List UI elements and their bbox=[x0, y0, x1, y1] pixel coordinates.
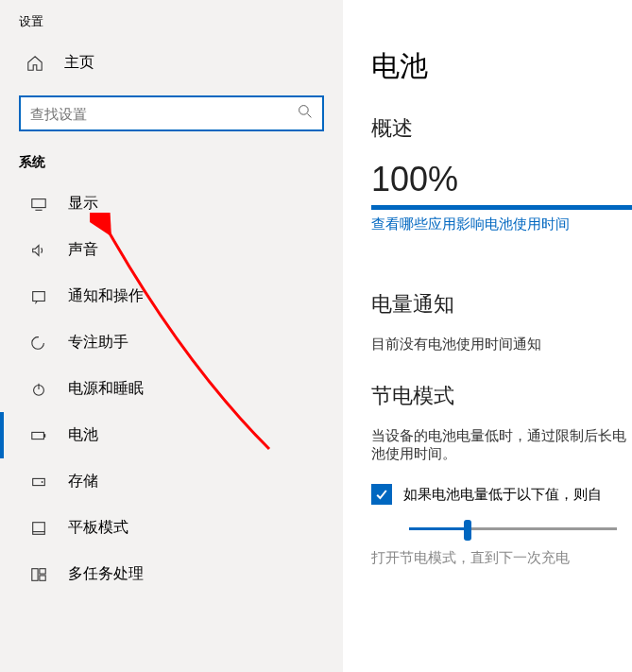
saver-section: 节电模式 当设备的电池电量低时，通过限制后长电池使用时间。 如果电池电量低于以下… bbox=[371, 382, 632, 567]
sidebar-item-label: 存储 bbox=[68, 472, 98, 491]
window-title-bar: 设置 bbox=[0, 0, 343, 40]
svg-line-1 bbox=[307, 113, 311, 117]
sidebar-item-power[interactable]: 电源和睡眠 bbox=[0, 366, 343, 412]
sidebar-item-tablet[interactable]: 平板模式 bbox=[0, 505, 343, 551]
sidebar-item-display[interactable]: 显示 bbox=[0, 181, 343, 227]
battery-bar bbox=[371, 205, 632, 210]
notifications-icon bbox=[30, 288, 47, 305]
multitask-icon bbox=[30, 566, 47, 583]
slider-track bbox=[409, 527, 617, 530]
svg-rect-7 bbox=[32, 432, 44, 439]
sound-icon bbox=[30, 242, 47, 259]
svg-rect-15 bbox=[40, 575, 45, 579]
search-container bbox=[19, 95, 324, 131]
home-nav[interactable]: 主页 bbox=[0, 40, 343, 86]
nav-list: 显示 声音 通知和操作 专注助手 bbox=[0, 181, 343, 672]
page-title: 电池 bbox=[371, 47, 632, 86]
search-box[interactable] bbox=[19, 95, 324, 131]
tablet-icon bbox=[30, 520, 47, 537]
notify-section: 电量通知 目前没有电池使用时间通知 bbox=[371, 290, 632, 353]
sidebar-item-label: 电池 bbox=[68, 425, 98, 445]
svg-rect-4 bbox=[33, 291, 45, 301]
overview-heading: 概述 bbox=[371, 114, 632, 143]
slider-thumb[interactable] bbox=[464, 520, 471, 541]
search-icon bbox=[298, 104, 313, 123]
power-icon bbox=[30, 381, 47, 398]
sidebar: 设置 主页 系统 显示 bbox=[0, 0, 343, 672]
sidebar-item-notifications[interactable]: 通知和操作 bbox=[0, 273, 343, 319]
svg-point-0 bbox=[299, 106, 309, 115]
sidebar-item-label: 声音 bbox=[68, 240, 98, 260]
notify-text: 目前没有电池使用时间通知 bbox=[371, 336, 632, 353]
saver-desc: 当设备的电池电量低时，通过限制后长电池使用时间。 bbox=[371, 427, 632, 463]
sidebar-item-sound[interactable]: 声音 bbox=[0, 227, 343, 273]
home-icon bbox=[26, 55, 43, 72]
main-content: 电池 概述 100% 查看哪些应用影响电池使用时间 电量通知 目前没有电池使用时… bbox=[343, 0, 632, 672]
sidebar-item-label: 显示 bbox=[68, 194, 98, 214]
display-icon bbox=[30, 196, 47, 213]
sidebar-item-label: 专注助手 bbox=[68, 333, 128, 353]
saver-heading: 节电模式 bbox=[371, 382, 632, 410]
storage-icon bbox=[30, 474, 47, 491]
svg-rect-11 bbox=[33, 522, 45, 534]
threshold-slider[interactable] bbox=[409, 527, 617, 530]
notify-heading: 电量通知 bbox=[371, 290, 632, 319]
svg-rect-8 bbox=[43, 434, 45, 438]
sidebar-item-storage[interactable]: 存储 bbox=[0, 458, 343, 505]
saver-threshold-row[interactable]: 如果电池电量低于以下值，则自 bbox=[371, 484, 632, 505]
checkbox-checked-icon[interactable] bbox=[371, 484, 392, 505]
focus-icon bbox=[30, 335, 47, 352]
battery-icon bbox=[30, 427, 47, 444]
saver-note: 打开节电模式，直到下一次充电 bbox=[371, 549, 632, 567]
sidebar-item-multitask[interactable]: 多任务处理 bbox=[0, 551, 343, 597]
system-group-label: 系统 bbox=[0, 141, 343, 181]
svg-rect-13 bbox=[32, 568, 38, 580]
home-label: 主页 bbox=[64, 53, 94, 73]
sidebar-item-label: 通知和操作 bbox=[68, 286, 144, 306]
battery-usage-link[interactable]: 查看哪些应用影响电池使用时间 bbox=[371, 215, 570, 233]
slider-fill bbox=[409, 527, 468, 530]
battery-percent: 100% bbox=[371, 160, 632, 199]
search-input[interactable] bbox=[30, 106, 298, 122]
saver-checkbox-label: 如果电池电量低于以下值，则自 bbox=[403, 486, 602, 504]
svg-rect-14 bbox=[40, 568, 45, 573]
sidebar-item-battery[interactable]: 电池 bbox=[0, 412, 343, 458]
svg-point-10 bbox=[42, 481, 43, 483]
overview-section: 概述 100% 查看哪些应用影响电池使用时间 bbox=[371, 114, 632, 262]
sidebar-item-focus[interactable]: 专注助手 bbox=[0, 319, 343, 366]
sidebar-item-label: 电源和睡眠 bbox=[68, 379, 144, 399]
window-title: 设置 bbox=[19, 13, 43, 30]
sidebar-item-label: 平板模式 bbox=[68, 518, 128, 538]
svg-rect-2 bbox=[32, 198, 45, 207]
sidebar-item-label: 多任务处理 bbox=[68, 564, 144, 584]
